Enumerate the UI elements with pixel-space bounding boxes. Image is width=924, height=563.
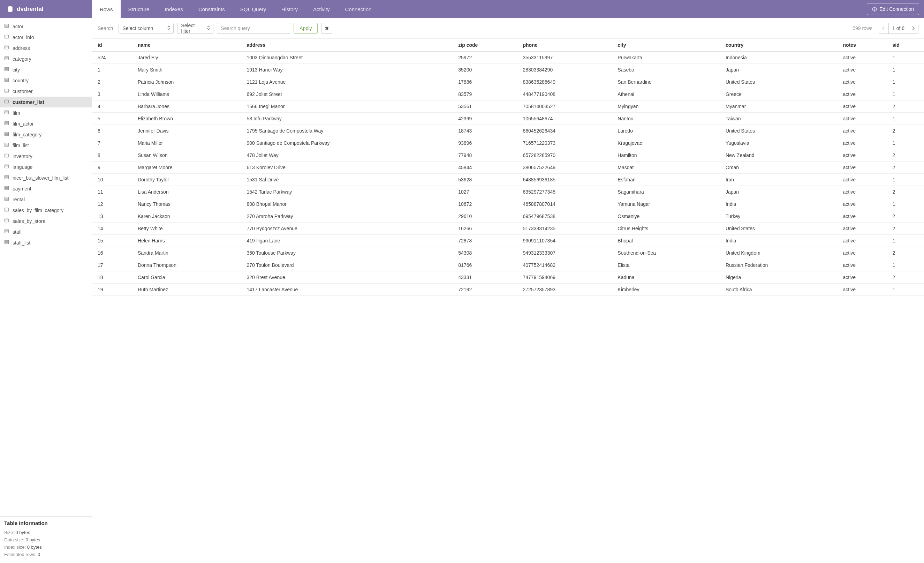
table-cell: 1121 Loja Avenue <box>242 76 454 88</box>
select-filter-dropdown[interactable]: Select filter <box>177 23 213 34</box>
sidebar-table-inventory[interactable]: inventory <box>0 151 92 162</box>
table-cell: Japan <box>722 64 839 76</box>
table-cell: 1913 Hanoi Way <box>242 64 454 76</box>
tab-history[interactable]: History <box>274 0 306 18</box>
table-row[interactable]: 8Susan Wilson478 Joliet Way7794865728228… <box>92 149 924 162</box>
table-cell: 747791594069 <box>519 272 614 284</box>
table-cell: Kragujevac <box>614 137 722 149</box>
table-row[interactable]: 2Patricia Johnson1121 Loja Avenue1788683… <box>92 76 924 88</box>
column-header-notes[interactable]: notes <box>839 39 888 52</box>
tab-sql-query[interactable]: SQL Query <box>232 0 274 18</box>
select-column-dropdown[interactable]: Select column <box>118 23 174 34</box>
column-header-id[interactable]: id <box>92 39 134 52</box>
tab-indexes[interactable]: Indexes <box>157 0 191 18</box>
table-row[interactable]: 7Maria Miller900 Santiago de Compostela … <box>92 137 924 149</box>
data-table-wrapper[interactable]: idnameaddresszip codephonecitycountrynot… <box>92 39 924 563</box>
column-header-name[interactable]: name <box>134 39 243 52</box>
sidebar-table-customer[interactable]: customer <box>0 86 92 97</box>
table-icon <box>4 132 9 137</box>
table-row[interactable]: 18Carol Garcia320 Brest Avenue4333174779… <box>92 272 924 284</box>
sidebar-table-sales_by_store[interactable]: sales_by_store <box>0 216 92 227</box>
sidebar-table-language[interactable]: language <box>0 162 92 172</box>
table-row[interactable]: 1Mary Smith1913 Hanoi Way352002830338429… <box>92 64 924 76</box>
tab-activity[interactable]: Activity <box>306 0 338 18</box>
updown-icon <box>167 26 171 32</box>
table-cell: Citrus Heights <box>614 222 722 235</box>
column-header-address[interactable]: address <box>242 39 454 52</box>
sidebar-table-payment[interactable]: payment <box>0 183 92 194</box>
rows-count: 599 rows <box>852 26 872 31</box>
column-header-sid[interactable]: sid <box>888 39 924 52</box>
column-header-country[interactable]: country <box>722 39 839 52</box>
tab-rows[interactable]: Rows <box>92 0 121 18</box>
table-cell: 54308 <box>454 247 519 259</box>
table-row[interactable]: 14Betty White770 Bydgoszcz Avenue1626651… <box>92 222 924 235</box>
table-row[interactable]: 11Lisa Anderson1542 Tarlac Parkway102763… <box>92 186 924 198</box>
table-row[interactable]: 19Ruth Martinez1417 Lancaster Avenue7219… <box>92 284 924 296</box>
table-cell: India <box>722 198 839 210</box>
search-query-input[interactable] <box>217 23 290 34</box>
next-page-button[interactable] <box>908 23 918 33</box>
table-row[interactable]: 6Jennifer Davis1795 Santiago de Composte… <box>92 125 924 137</box>
table-cell: 35533115997 <box>519 52 614 64</box>
table-row[interactable]: 524Jared Ely1003 Qinhuangdao Street25972… <box>92 52 924 64</box>
sidebar-table-customer_list[interactable]: customer_list <box>0 97 92 107</box>
table-cell: 517338314235 <box>519 222 614 235</box>
table-row[interactable]: 3Linda Williams692 Joliet Street83579448… <box>92 88 924 101</box>
sidebar-table-nicer_but_slower_film_list[interactable]: nicer_but_slower_film_list <box>0 172 92 183</box>
sidebar-table-country[interactable]: country <box>0 75 92 86</box>
table-cell: active <box>839 64 888 76</box>
table-cell: Mary Smith <box>134 64 243 76</box>
column-header-city[interactable]: city <box>614 39 722 52</box>
sidebar-table-staff_list[interactable]: staff_list <box>0 237 92 248</box>
table-cell: 8 <box>92 149 134 162</box>
table-cell: 1027 <box>454 186 519 198</box>
table-row[interactable]: 4Barbara Jones1566 Inegl Manor5356170581… <box>92 101 924 113</box>
sidebar-table-staff[interactable]: staff <box>0 227 92 237</box>
table-row[interactable]: 5Elizabeth Brown53 Idfu Parkway423991065… <box>92 113 924 125</box>
tab-constraints[interactable]: Constraints <box>191 0 232 18</box>
table-row[interactable]: 10Dorothy Taylor1531 Sal Drive5362864885… <box>92 174 924 186</box>
sidebar-table-address[interactable]: address <box>0 42 92 53</box>
column-header-phone[interactable]: phone <box>519 39 614 52</box>
header: dvdrental RowsStructureIndexesConstraint… <box>0 0 924 18</box>
table-row[interactable]: 17Donna Thompson270 Toulon Boulevard8176… <box>92 259 924 272</box>
prev-page-button[interactable] <box>879 23 889 33</box>
sidebar-table-rental[interactable]: rental <box>0 194 92 205</box>
tab-structure[interactable]: Structure <box>121 0 157 18</box>
sidebar-table-sales_by_film_category[interactable]: sales_by_film_category <box>0 205 92 216</box>
table-cell: 695479687538 <box>519 210 614 222</box>
sidebar-table-actor_info[interactable]: actor_info <box>0 32 92 42</box>
table-row[interactable]: 15Helen Harris419 Iligan Lane72878990911… <box>92 235 924 247</box>
page-indicator: 1 of 6 <box>889 23 908 33</box>
table-cell: 635297277345 <box>519 186 614 198</box>
edit-connection-button[interactable]: Edit Connection <box>867 3 919 15</box>
table-cell: 10672 <box>454 198 519 210</box>
sidebar-table-film_actor[interactable]: film_actor <box>0 118 92 129</box>
table-cell: 2 <box>888 125 924 137</box>
table-cell: 692 Joliet Street <box>242 88 454 101</box>
table-row[interactable]: 13Karen Jackson270 Amroha Parkway2961069… <box>92 210 924 222</box>
table-row[interactable]: 16Sandra Martin360 Toulouse Parkway54308… <box>92 247 924 259</box>
column-header-zip-code[interactable]: zip code <box>454 39 519 52</box>
apply-button[interactable]: Apply <box>294 23 318 34</box>
sidebar-table-film_list[interactable]: film_list <box>0 140 92 151</box>
sidebar-table-film[interactable]: film <box>0 107 92 118</box>
table-cell: Athenai <box>614 88 722 101</box>
table-row[interactable]: 12Nancy Thomas808 Bhopal Manor1067246588… <box>92 198 924 210</box>
table-row[interactable]: 9Margaret Moore613 Korolev Drive45844380… <box>92 162 924 174</box>
tab-connection[interactable]: Connection <box>337 0 379 18</box>
table-cell: Myingyan <box>614 101 722 113</box>
clear-search-button[interactable]: ✖ <box>321 23 332 34</box>
sidebar-table-actor[interactable]: actor <box>0 21 92 32</box>
sidebar-table-city[interactable]: city <box>0 64 92 75</box>
sidebar-table-category[interactable]: category <box>0 53 92 64</box>
table-cell: 1 <box>888 64 924 76</box>
table-cell: 770 Bydgoszcz Avenue <box>242 222 454 235</box>
table-cell: Margaret Moore <box>134 162 243 174</box>
table-cell: Nantou <box>614 113 722 125</box>
table-cell: 1 <box>888 88 924 101</box>
sidebar-table-film_category[interactable]: film_category <box>0 129 92 140</box>
table-item-label: film_actor <box>12 121 34 127</box>
table-cell: 81766 <box>454 259 519 272</box>
